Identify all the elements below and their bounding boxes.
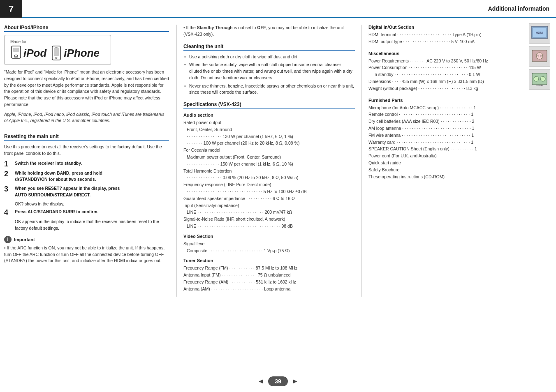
divider-1 [4,130,169,130]
svg-point-16 [540,76,545,81]
svg-rect-5 [54,48,59,56]
step-2-text: While holding down BAND, press and hold [15,171,102,175]
svg-point-15 [534,76,539,81]
standby-note-section: • If the Standby Through is not set to O… [183,25,355,38]
next-button[interactable]: ► [292,378,299,385]
furnished-specs: Microphone (for Auto MCACC setup) · · · … [368,104,552,180]
thumb-2: SUR [529,46,550,67]
audio-line-3: · · · · · · · 100 W per channel (20 Hz t… [187,140,355,147]
svg-rect-7 [55,47,58,48]
tuner-line-1: Antenna Input (FM) · · · · · · · · · · ·… [183,272,355,279]
iphone-label: iPhone [64,47,100,60]
about-section: About iPod/iPhone Made for iP [4,25,169,124]
misc-line-0: Power Requirements · · · · · · · AC 220 … [368,58,552,65]
page-title: Additional information [22,0,556,18]
cleaning-section: Cleaning the unit Use a polishing cloth … [183,44,355,96]
thumb-1-icon: HDMI [531,25,549,42]
svg-text:SPKR: SPKR [536,84,543,87]
audio-line-12: Guaranteed speaker impedance · · · · · ·… [183,195,355,202]
misc-line-4: Weight (without package) · · · · · · · ·… [368,85,552,92]
digital-line-1: HDMI output type · · · · · · · · · · · ·… [368,38,552,45]
misc-title: Miscellaneous [368,51,552,56]
step-1-text: Switch the receiver into standby. [15,161,82,166]
chapter-number: 7 [0,0,22,18]
audio-line-10: Frequency response (LINE Pure Direct mod… [183,181,355,188]
misc-line-1: Power Consumption · · · · · · · · · · · … [368,64,552,71]
iphone-svg-icon [51,46,62,60]
important-title: Important [14,237,35,242]
misc-line-2: In standby · · · · · · · · · · · · · · ·… [373,71,552,78]
step-2-content: While holding down BAND, press and hold … [15,170,102,183]
ipod-svg-icon [10,46,22,60]
svg-text:HDMI: HDMI [536,31,543,34]
important-header: i Important [4,236,169,243]
digital-section: Digital In/Out Section HDMI terminal · ·… [368,25,552,45]
important-icon: i [4,236,12,243]
step-3: 3 When you see RESET? appear in the disp… [4,185,169,198]
standby-note: • If the Standby Through is not set to O… [183,25,355,38]
cleaning-item-0: Use a polishing cloth or dry cloth to wi… [183,54,355,60]
furnished-line-4: FM wire antenna · · · · · · · · · · · · … [368,132,552,139]
step-4: 4 Press ALC/STANDARD SURR to confirm. [4,209,169,216]
middle-column: • If the Standby Through is not set to O… [177,25,362,297]
badge-icons: iPod iPhone [10,46,105,60]
furnished-line-6: SPEAKER CAUTION Sheet (English only) · ·… [368,145,552,152]
step-2: 2 While holding down BAND, press and hol… [4,170,169,183]
audio-line-9: · · · · · · · · · · · · · · · 0.06 % (20… [187,174,355,181]
audio-line-2: · · · · · · · · · · · · · · · 130 W per … [187,133,355,140]
tuner-line-2: Frequency Range (AM) · · · · · · · · · ·… [183,279,355,286]
step-3-content: When you see RESET? appear in the displa… [15,185,120,198]
audio-specs: Rated power output Front, Center, Surrou… [183,119,355,230]
digital-line-0: HDMI terminal · · · · · · · · · · · · · … [368,31,552,38]
audio-line-16: LINE · · · · · · · · · · · · · · · · · ·… [187,223,355,230]
iphone-icon: iPhone [51,46,100,60]
misc-specs: Power Requirements · · · · · · · AC 220 … [368,58,552,92]
furnished-line-2: Dry cell batteries (AAA size IEC R03) · … [368,118,552,125]
about-title: About iPod/iPhone [4,25,169,32]
specs-section: Specifications (VSX-423) Audio section R… [183,101,355,293]
thumb-1: HDMI [529,23,550,44]
page-number-badge: 39 [268,376,288,386]
svg-rect-3 [13,48,19,52]
reset-title: Resetting the main unit [4,134,169,141]
step-1: 1 Switch the receiver into standby. [4,160,169,168]
furnished-line-8: Quick start guide [368,159,552,166]
step-2-number: 2 [4,170,12,178]
step-1-content: Switch the receiver into standby. [15,160,82,167]
tuner-line-3: Antenna (AM) · · · · · · · · · · · · · ·… [183,286,355,293]
thumbnail-column: HDMI SUR SPKR [529,23,550,90]
about-para2: Apple, iPhone, iPod, iPod nano, iPod cla… [4,111,169,125]
audio-line-8: Total Harmonic Distortion [183,168,355,175]
step-2-text2: ⏻STANDBY/ON for about two seconds. [15,177,96,182]
ipod-badge: Made for iPod [4,35,111,65]
furnished-title: Furnished Parts [368,98,552,103]
page-footer: ◄ 39 ► [0,376,556,386]
made-for-label: Made for [10,39,105,44]
step-1-number: 1 [4,160,12,168]
svg-text:SUR: SUR [537,55,543,58]
ipod-label: iPod [23,47,46,60]
specs-title: Specifications (VSX-423) [183,101,355,108]
audio-line-13: Input (Sensitivity/Impedance) [183,202,355,209]
cleaning-title: Cleaning the unit [183,44,355,51]
reset-desc: Use this procedure to reset all the rece… [4,144,169,157]
prev-button[interactable]: ◄ [257,378,264,385]
step-4-sub: OK appears in the display to indicate th… [15,219,169,232]
main-content: About iPod/iPhone Made for iP [0,18,556,301]
audio-line-6: · · · · · · · · · · · · · · 150 W per ch… [187,161,355,168]
audio-line-4: For Oceania model [183,147,355,154]
step-3-sub: OK? shows in the display. [15,201,169,208]
thumb-3-icon: SPKR [531,71,549,88]
misc-line-3: Dimensions · · · · 435 mm (W) x 168 mm (… [368,78,552,85]
left-column: About iPod/iPhone Made for iP [4,25,177,297]
furnished-line-3: AM loop antenna · · · · · · · · · · · · … [368,125,552,132]
svg-point-2 [16,56,17,57]
step-3-text: When you see RESET? appear in the displa… [15,186,120,191]
audio-line-15: Signal-to-Noise Ratio (IHF, short circui… [183,216,355,223]
step-3-text2: AUTO SURROUND/STREAM DIRECT. [15,192,90,197]
page-container: 7 Additional information About iPod/iPho… [0,0,556,392]
furnished-line-7: Power cord (For U.K. and Australia) [368,152,552,159]
step-4-content: Press ALC/STANDARD SURR to confirm. [15,209,99,215]
digital-specs: HDMI terminal · · · · · · · · · · · · · … [368,31,552,45]
tuner-line-0: Frequency Range (FM) · · · · · · · · · ·… [183,265,355,272]
